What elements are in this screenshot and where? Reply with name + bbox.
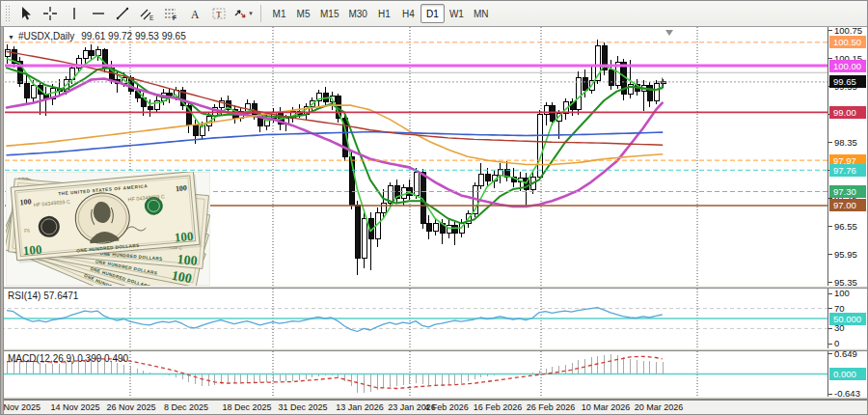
svg-text:T: T [216,10,222,19]
toolbar-separator [260,5,261,22]
timeframe-m5-button[interactable]: M5 [291,4,315,23]
chart-shift-marker-icon[interactable] [665,30,673,36]
dollar-bills-photo: HF 04349659 CONE HUNDRED DOLLARS100HF 04… [6,172,210,286]
axis-splitter[interactable] [1,397,868,400]
toolbar-drag-handle[interactable] [5,5,10,22]
price-badge: 97.76 [829,164,866,177]
price-tick-label: 98.35 [834,138,857,148]
timeframe-h1-button[interactable]: H1 [372,4,396,23]
price-tick-mark [828,353,832,354]
timeframe-group: M1M5M15M30H1H4D1W1MN [267,4,493,23]
price-badge: 100.50 [829,36,866,48]
candle [433,219,438,236]
price-badge: 99.65 [829,75,866,88]
rsi-line [7,308,663,332]
price-tick-mark [828,394,832,395]
svg-text:F: F [173,14,176,21]
pane-splitter[interactable] [1,348,868,351]
tool-equidistant-channel-button[interactable]: E [134,3,158,24]
price-tick-mark [828,30,832,31]
pane-splitter[interactable] [1,286,868,289]
price-badge: 0.000 [829,368,866,380]
text-icon: A [187,6,203,21]
time-axis-label: 8 Dec 2025 [153,402,219,412]
drawing-tools-group: EFAT▾ [14,3,255,24]
symbol-bar: ▼#USDX,Daily99.61 99.72 99.53 99.65 [8,31,186,42]
text-label-icon: T [211,6,227,21]
candle [647,82,652,107]
tool-text-label-button[interactable]: T [206,3,231,24]
svg-text:F6: F6 [24,228,31,235]
candle [544,102,549,125]
timeframe-h4-button[interactable]: H4 [396,4,420,23]
candle [407,180,412,200]
svg-text:A: A [191,9,200,20]
timeframe-d1-button[interactable]: D1 [420,4,445,23]
candle [654,80,659,103]
candle [83,47,88,64]
candle [323,87,328,105]
fibonacci-retracement-icon: F [163,6,178,21]
candle [95,46,100,61]
candle [524,173,529,208]
price-tick-mark [828,328,832,329]
candle [589,65,594,94]
price-tick-mark [828,142,832,143]
svg-text:100: 100 [176,252,198,268]
svg-text:100: 100 [174,229,194,245]
arrow-objects-icon [232,6,248,21]
crosshair-icon [42,6,58,21]
tool-cursor-button[interactable] [14,3,38,24]
rsi-label: RSI(14) 57.6471 [8,290,78,301]
cursor-icon [18,6,34,21]
candle [375,208,380,247]
timeframe-m1-button[interactable]: M1 [267,4,291,23]
dollar-bills-image: HF 04349659 CONE HUNDRED DOLLARS100HF 04… [6,172,210,286]
candle [355,201,360,274]
svg-text:100: 100 [22,242,42,259]
horizontal-line-icon [91,6,106,21]
candle [641,80,646,111]
dropdown-caret-icon: ▾ [249,10,253,17]
tool-arrow-objects-button[interactable]: ▾ [231,3,255,24]
candle [426,215,431,239]
tool-crosshair-button[interactable] [38,3,62,24]
candle [89,44,94,60]
price-tick-mark [828,308,832,309]
timeframe-m15-button[interactable]: M15 [315,4,343,23]
tool-text-button[interactable]: A [182,3,206,24]
candle [24,75,29,103]
price-badge: 100.00 [829,60,866,72]
price-tick-label: 96.55 [834,222,857,232]
tool-fibonacci-retracement-button[interactable]: F [158,3,182,24]
candle [154,96,159,113]
trading-terminal-window: EFAT▾ M1M5M15M30H1H4D1W1MN ▼#USDX,Daily9… [0,0,868,415]
tool-vertical-line-button[interactable] [62,3,86,24]
time-axis[interactable]: 4 Nov 202514 Nov 202526 Nov 20258 Dec 20… [1,400,868,415]
symbol-title: #USDX,Daily [18,31,74,42]
candle [38,82,42,115]
timeframe-m30-button[interactable]: M30 [343,4,371,23]
candle [537,110,542,180]
collapse-indicator-icon[interactable]: ▼ [8,34,14,41]
price-axis[interactable]: 100.75100.1599.5598.9598.3597.7597.1596.… [827,27,868,400]
price-badge: 99.00 [829,106,866,119]
price-tick-label: 100.75 [834,26,862,36]
price-tick-mark [828,344,832,345]
time-axis-label: 31 Dec 2025 [270,402,336,412]
svg-text:100: 100 [19,197,32,207]
timeframe-mn-button[interactable]: MN [469,4,494,23]
candle [504,161,509,181]
price-tick-mark [828,226,832,227]
candle [452,222,457,245]
tool-trend-line-button[interactable] [110,3,134,24]
last-bar-marker-icon [658,77,666,86]
price-tick-mark [828,282,832,283]
price-tick-mark [828,254,832,255]
rsi-pane[interactable] [1,289,827,348]
macd-label: MACD(12,26,9) 0.399 0.490 [8,353,128,364]
tool-horizontal-line-button[interactable] [86,3,110,24]
candle [478,163,483,189]
candle [485,168,490,185]
timeframe-w1-button[interactable]: W1 [445,4,469,23]
